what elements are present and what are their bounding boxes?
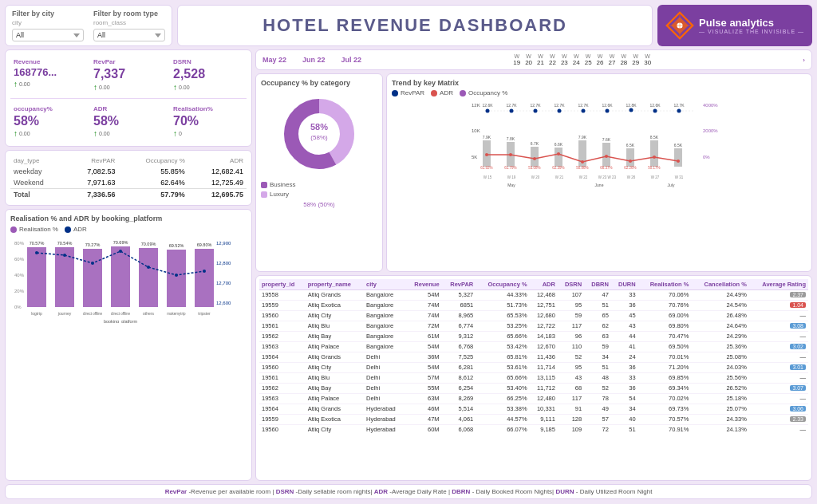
cell-dsrn: 91 <box>558 404 584 414</box>
cell-dbrn: 51 <box>584 300 611 310</box>
timeline-next-icon[interactable]: › <box>803 57 805 64</box>
cell-city: Hyderabad <box>364 414 405 424</box>
legend-realisation-label: Realisation % <box>19 226 58 233</box>
cell-revpar: 5,327 <box>442 289 476 300</box>
th-revenue: Revenue <box>405 279 441 290</box>
legend-occ-label-trend: Occupancy % <box>468 89 507 96</box>
logo-text: Pulse analytics — VISUALIZE THE INVISIBL… <box>699 17 804 35</box>
svg-text:6.5K: 6.5K <box>626 143 635 148</box>
cell-name: Atliq Blu <box>306 372 364 383</box>
header-title-section: HOTEL REVENUE DASHBOARD <box>177 5 653 46</box>
cell-revpar: 8,269 <box>442 393 476 404</box>
cell-rating: — <box>749 393 808 404</box>
left-panel: Revenue 168776... ↑ 0.00 RevPar 7,337 ↑ … <box>5 49 252 481</box>
svg-point-69 <box>606 109 610 113</box>
cell-real: 70.47% <box>638 331 692 341</box>
tab-may22[interactable]: May 22 <box>262 56 286 64</box>
dsrn-def: -Daily sellable room nights| <box>296 488 374 495</box>
cell-real: 69.34% <box>638 383 692 393</box>
trend-svg: 12K 10K 5K 4000% 2000% 0% 12.6K 12.7K 12… <box>392 99 807 195</box>
cell-occ: 44.57% <box>476 414 529 424</box>
week-20: W20 <box>525 53 532 66</box>
middle-row: Occupancy % by category 58% (58%) <box>255 73 812 272</box>
kpi-occupancy-value: 58% <box>14 114 84 128</box>
cell-revpar: 4,061 <box>442 414 476 424</box>
cell-adr: 11,436 <box>530 352 558 362</box>
cell-id: 19559 <box>259 300 306 310</box>
svg-point-64 <box>486 109 490 113</box>
bar-chart-container: 80% 60% 40% 20% 0% 12,900 12,800 12,700 … <box>10 235 247 323</box>
svg-text:50.17%: 50.17% <box>648 166 660 170</box>
table-row: 19560 Atliq City Hyderabad 60M 6,068 66.… <box>259 424 808 435</box>
cell-occ: 53.61% <box>476 362 529 372</box>
donut-legend: Business Luxury <box>261 181 295 198</box>
realisation-chart-section: Realisation % and ADR by booking_platfor… <box>5 209 252 481</box>
kpi-revenue-change: 0.00 <box>19 81 30 87</box>
total-label: Total <box>10 189 66 201</box>
svg-text:7.6K: 7.6K <box>602 137 611 142</box>
svg-text:12.7K: 12.7K <box>554 103 565 108</box>
svg-rect-20 <box>111 246 130 307</box>
week-19: W19 <box>513 53 520 66</box>
svg-text:makemytrip: makemytrip <box>167 312 186 316</box>
legend-adr-dot-trend <box>431 90 437 96</box>
cell-name: Atliq Grands <box>306 352 364 362</box>
cell-name: Atliq Blu <box>306 321 364 331</box>
cell-revpar: 6,768 <box>442 341 476 352</box>
svg-point-91 <box>485 153 488 156</box>
cell-revpar: 6,281 <box>442 362 476 372</box>
cell-real: 71.20% <box>638 362 692 372</box>
room-filter-select[interactable]: All Standard Elite Premium Presidential <box>93 29 165 41</box>
cell-revpar: 6851 <box>442 300 476 310</box>
occ-cell: 62.64% <box>118 177 187 189</box>
svg-text:W 22: W 22 <box>579 175 588 179</box>
cell-adr: 14,183 <box>530 331 558 341</box>
property-data-table: property_id property_name city Revenue R… <box>259 279 808 435</box>
table-row: 19559 Atliq Exotica Hyderabad 47M 4,061 … <box>259 414 808 424</box>
cell-adr: 11,714 <box>530 362 558 372</box>
cell-canc: 25.18% <box>691 393 748 404</box>
kpi-occupancy-label: occupancy% <box>14 105 84 112</box>
trend-legend: RevPAR ADR Occupancy % <box>392 89 807 96</box>
kpi-revpar: RevPar 7,337 ↑ 0.00 <box>90 55 167 95</box>
donut-container: 58% (58%) Business Luxury <box>261 90 377 208</box>
realisation-chart-legend: Realisation % ADR <box>10 226 247 233</box>
table-row: 19562 Atliq Bay Bangalore 61M 9,312 65.6… <box>259 331 808 341</box>
cell-canc: 25.08% <box>691 352 748 362</box>
table-row: 19562 Atliq Bay Delhi 55M 6,254 53.40% 1… <box>259 383 808 393</box>
cell-real: 69.73% <box>638 404 692 414</box>
svg-text:66.37%: 66.37% <box>600 166 612 170</box>
cell-rev: 72M <box>405 321 441 331</box>
adr-cell: 12,725.49 <box>188 177 247 189</box>
revpar-cell: 7,082.53 <box>66 166 119 177</box>
cell-occ: 66.07% <box>476 424 529 435</box>
total-adr: 12,695.75 <box>188 189 247 201</box>
svg-text:direct offline: direct offline <box>111 312 131 316</box>
cell-durn: 24 <box>611 352 638 362</box>
cell-dbrn: 57 <box>584 414 611 424</box>
cell-durn: 51 <box>611 424 638 435</box>
adr-arrow-icon: ↑ <box>93 129 97 138</box>
logo-icon <box>665 11 694 40</box>
table-row: 19563 Atliq Palace Bangalore 54M 6,768 5… <box>259 341 808 352</box>
svg-point-28 <box>35 251 38 254</box>
day-table: day_type RevPAR Occupancy % ADR weekday … <box>10 156 247 200</box>
svg-text:4000%: 4000% <box>703 103 718 108</box>
tab-jul22[interactable]: Jul 22 <box>341 56 362 64</box>
city-filter-select[interactable]: All Bangalore Delhi Hyderabad Mumbai <box>12 29 84 41</box>
tab-jun22[interactable]: Jun 22 <box>302 56 326 64</box>
cell-id: 19561 <box>259 321 306 331</box>
cell-real: 70.76% <box>638 300 692 310</box>
svg-text:61.79%: 61.79% <box>504 166 516 170</box>
svg-text:70.54%: 70.54% <box>57 241 73 246</box>
timeline-tabs: May 22 Jun 22 Jul 22 <box>262 56 361 64</box>
cell-id: 19564 <box>259 404 306 414</box>
svg-rect-79 <box>555 148 562 167</box>
svg-point-92 <box>509 153 512 156</box>
cell-revpar: 7,525 <box>442 352 476 362</box>
svg-text:50.86%: 50.86% <box>576 166 588 170</box>
luxury-pct-label: 58% (50%) <box>303 201 335 208</box>
svg-text:June: June <box>595 183 604 187</box>
svg-point-65 <box>510 109 514 113</box>
cell-rating: 3.07 <box>749 383 808 393</box>
